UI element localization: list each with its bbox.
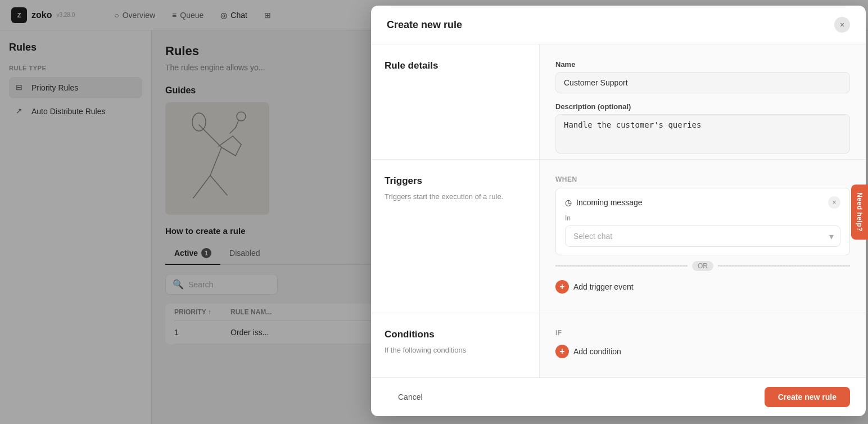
trigger-name: ◷ Incoming message bbox=[565, 198, 643, 207]
add-trigger-icon: + bbox=[555, 280, 569, 294]
add-condition-icon: + bbox=[555, 345, 569, 358]
select-chat[interactable]: Select chat bbox=[565, 225, 840, 247]
name-label: Name bbox=[555, 60, 850, 69]
select-chat-wrapper: Select chat bbox=[565, 225, 840, 247]
or-divider: OR bbox=[555, 261, 850, 271]
in-label: In bbox=[565, 214, 840, 222]
add-condition-button[interactable]: + Add condition bbox=[555, 341, 850, 362]
modal-left-rule-details: Rule details bbox=[371, 44, 540, 159]
modal-close-button[interactable]: × bbox=[834, 17, 850, 33]
modal-right-rule-details: Name Description (optional) Handle the c… bbox=[540, 44, 866, 159]
modal-left-conditions: Conditions If the following conditions bbox=[371, 313, 540, 377]
conditions-section-row: Conditions If the following conditions I… bbox=[371, 313, 866, 377]
modal-footer: Cancel Create new rule bbox=[371, 377, 866, 416]
add-trigger-button[interactable]: + Add trigger event bbox=[555, 277, 850, 297]
description-label: Description (optional) bbox=[555, 102, 850, 111]
cancel-button[interactable]: Cancel bbox=[387, 387, 434, 407]
trigger-top: ◷ Incoming message × bbox=[565, 196, 840, 209]
modal-body: Rule details Name Description (optional)… bbox=[371, 44, 866, 159]
trigger-card: ◷ Incoming message × In Select chat bbox=[555, 188, 850, 255]
modal-title: Create new rule bbox=[387, 19, 462, 31]
or-badge: OR bbox=[692, 261, 713, 271]
modal-left-triggers: Triggers Triggers start the execution of… bbox=[371, 160, 540, 313]
create-rule-modal: Create new rule × Rule details Name Desc… bbox=[371, 6, 866, 416]
triggers-section-title: Triggers bbox=[385, 175, 526, 187]
need-help-button[interactable]: Need help? bbox=[851, 184, 868, 240]
triggers-section-row: Triggers Triggers start the execution of… bbox=[371, 159, 866, 313]
message-icon: ◷ bbox=[565, 198, 572, 207]
when-label: WHEN bbox=[555, 175, 850, 183]
create-button[interactable]: Create new rule bbox=[765, 387, 850, 407]
conditions-section-title: Conditions bbox=[385, 329, 526, 340]
modal-right-triggers: WHEN ◷ Incoming message × In Select chat bbox=[540, 160, 866, 313]
if-label: IF bbox=[555, 329, 850, 337]
conditions-section-desc: If the following conditions bbox=[385, 345, 526, 356]
name-input[interactable] bbox=[555, 72, 850, 93]
trigger-remove-button[interactable]: × bbox=[828, 196, 840, 209]
modal-header: Create new rule × bbox=[371, 6, 866, 44]
triggers-section-desc: Triggers start the execution of a rule. bbox=[385, 191, 526, 202]
modal-right-conditions: IF + Add condition bbox=[540, 313, 866, 377]
rule-details-title: Rule details bbox=[385, 60, 526, 71]
description-textarea[interactable]: Handle the customer's queries bbox=[555, 114, 850, 154]
